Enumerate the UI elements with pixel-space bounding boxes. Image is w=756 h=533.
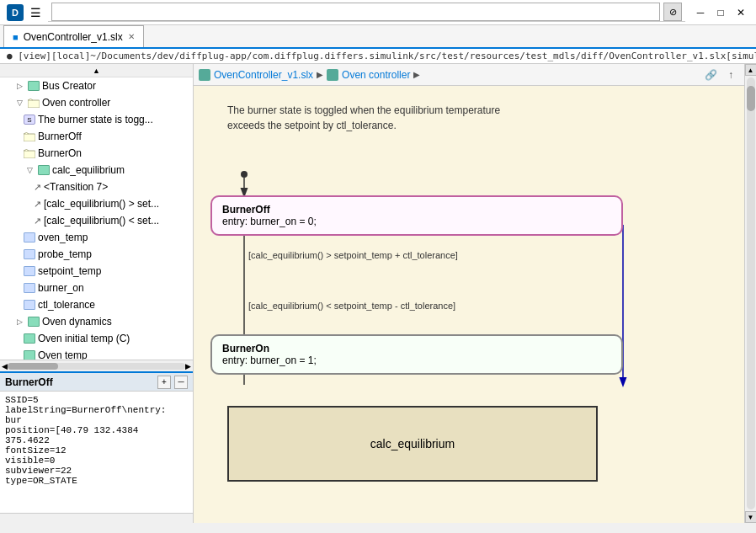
link-button[interactable]: 🔗 [702, 67, 719, 83]
content-line-3: position=[40.79 132.4384 375.4622 [5, 425, 188, 445]
tree-item-oven-initial-temp[interactable]: Oven initial temp (C) [0, 330, 193, 347]
breadcrumb-folder[interactable]: Oven controller [342, 69, 410, 81]
scroll-down-button[interactable]: ▼ [745, 511, 757, 523]
svg-rect-0 [28, 100, 40, 108]
bottom-panel-content: SSID=5 labelString=BurnerOff\nentry: bur… [0, 392, 193, 513]
tree-label: calc_equilibrium [52, 164, 125, 176]
block-icon [28, 81, 40, 91]
search-input[interactable] [51, 3, 660, 21]
subsystem-icon [327, 69, 338, 81]
tree-label: <Transition 7> [44, 181, 108, 193]
vertical-scrollbar[interactable]: ▲ ▼ [744, 64, 756, 523]
transition-label-1: [calc_equilibrium() > setpoint_temp + ct… [248, 250, 458, 260]
maximize-button[interactable]: □ [712, 4, 729, 21]
tab-close-button[interactable]: ✕ [128, 32, 135, 41]
tree-item-transition-gt[interactable]: ↗ [calc_equilibrium() > set... [0, 195, 193, 212]
scroll-thumb[interactable] [747, 86, 755, 111]
svg-rect-1 [24, 134, 35, 141]
tree-item-calc-equilibrium[interactable]: ▽ calc_equilibrium [0, 162, 193, 179]
tree-label: BurnerOn [38, 147, 82, 159]
bottom-horizontal-scrollbar[interactable] [0, 513, 193, 523]
burneron-entry: entry: burner_on = 1; [222, 354, 611, 366]
tree-item-burner-on[interactable]: burner_on [0, 280, 193, 296]
tree-label: ctl_tolerance [38, 299, 95, 311]
tree-label: oven_temp [38, 232, 88, 243]
chart-icon [24, 300, 35, 310]
folder-icon [24, 148, 35, 158]
close-button[interactable]: ✕ [732, 4, 749, 21]
diagram-wrapper: OvenController_v1.slx ▶ Oven controller … [194, 64, 744, 523]
expand-button[interactable]: + [157, 376, 171, 389]
tree-item-transition7[interactable]: ↗ <Transition 7> [0, 179, 193, 195]
content-line-2: labelString=BurnerOff\nentry: bur [5, 405, 188, 425]
transition-label-2: [calc_equilibrium() < setpoint_temp - ct… [248, 301, 455, 311]
calc-eq-label: calc_equilibrium [370, 437, 455, 450]
hamburger-icon[interactable]: ☰ [30, 6, 41, 19]
tree-item-burneroff[interactable]: BurnerOff [0, 128, 193, 145]
breadcrumb-end-icon: ▶ [413, 70, 420, 79]
tab-bar: ■ OvenController_v1.slx ✕ [0, 25, 756, 49]
tree-item-burner-state[interactable]: S The burner state is togg... [0, 111, 193, 128]
file-path-text: ● [view][local]~/Documents/dev/diffplug-… [7, 51, 756, 61]
app-logo: D [7, 4, 24, 21]
start-dot [241, 171, 248, 178]
tree-label: [calc_equilibrium() > set... [44, 198, 159, 210]
tree-item-oven-controller[interactable]: ▽ Oven controller [0, 94, 193, 111]
signal-icon: ↗ [34, 182, 41, 193]
scroll-up-button[interactable]: ▲ [745, 64, 757, 76]
tree-label: Oven initial temp (C) [38, 333, 130, 344]
expand-icon: ▷ [13, 80, 25, 92]
tab-file-icon: ■ [13, 32, 19, 42]
signal-icon: ↗ [34, 216, 41, 227]
chart-icon [24, 266, 35, 276]
title-bar: D ☰ ⊘ ─ □ ✕ [0, 0, 756, 25]
block-icon [24, 350, 35, 360]
tree-item-bus-creator[interactable]: ▷ Bus Creator [0, 77, 193, 94]
folder-icon [24, 131, 35, 141]
breadcrumb-separator-icon: ▶ [317, 70, 323, 79]
bottom-panel-buttons: + ─ [157, 376, 188, 389]
expand-icon: ▽ [24, 164, 35, 176]
calc-equilibrium-block[interactable]: calc_equilibrium [227, 406, 598, 482]
scroll-thumb[interactable] [8, 363, 58, 370]
tree-item-oven-dynamics[interactable]: ▷ Oven dynamics [0, 313, 193, 330]
content-line-7: type=OR_STATE [5, 476, 188, 486]
scroll-track [8, 363, 185, 370]
tree-item-oven-temp[interactable]: oven_temp [0, 229, 193, 246]
minimize-button[interactable]: ─ [692, 4, 709, 21]
tree-panel: ▲ ▷ Bus Creator ▽ Oven controller S [0, 64, 193, 360]
comment-line-1: The burner state is toggled when the equ… [227, 103, 719, 118]
tree-label: burner_on [38, 282, 84, 294]
tab-ovencontroller[interactable]: ■ OvenController_v1.slx ✕ [3, 25, 144, 47]
tree-item-burneron[interactable]: BurnerOn [0, 145, 193, 162]
burneron-state[interactable]: BurnerOn entry: burner_on = 1; [210, 334, 623, 375]
tab-label: OvenController_v1.slx [24, 31, 123, 43]
burneroff-state[interactable]: BurnerOff entry: burner_on = 0; [210, 195, 623, 236]
tree-item-probe-temp[interactable]: probe_temp [0, 246, 193, 263]
tree-label: Oven dynamics [42, 316, 112, 328]
comment-line-2: exceeds the setpoint by ctl_tolerance. [227, 118, 719, 133]
tree-scroll-up[interactable]: ▲ [0, 64, 193, 77]
svg-rect-2 [24, 151, 35, 158]
content-line-6: subviewer=22 [5, 466, 188, 476]
collapse-button[interactable]: ─ [174, 376, 188, 389]
tree-scrollable: ▷ Bus Creator ▽ Oven controller S The bu… [0, 77, 193, 360]
tree-label: BurnerOff [38, 131, 82, 142]
tree-item-setpoint-temp[interactable]: setpoint_temp [0, 263, 193, 280]
file-icon [199, 69, 210, 81]
tree-horizontal-scrollbar[interactable]: ◀ ▶ [0, 360, 193, 371]
breadcrumb-bar: OvenController_v1.slx ▶ Oven controller … [194, 64, 744, 86]
bottom-panel: BurnerOff + ─ SSID=5 labelString=BurnerO… [0, 371, 193, 523]
right-container: OvenController_v1.slx ▶ Oven controller … [194, 64, 756, 523]
breadcrumb-file[interactable]: OvenController_v1.slx [214, 69, 313, 81]
tree-label: Bus Creator [42, 80, 96, 92]
up-button[interactable]: ↑ [722, 67, 739, 83]
tree-label: The burner state is togg... [38, 114, 153, 125]
no-results-icon: ⊘ [663, 3, 682, 21]
tree-item-transition-lt[interactable]: ↗ [calc_equilibrium() < set... [0, 212, 193, 229]
block-icon [28, 317, 40, 327]
window-controls: ─ □ ✕ [692, 4, 749, 21]
tree-item-oven-temp-2[interactable]: Oven temp [0, 347, 193, 360]
expand-icon: ▽ [13, 97, 25, 109]
tree-item-ctl-tolerance[interactable]: ctl_tolerance [0, 296, 193, 313]
